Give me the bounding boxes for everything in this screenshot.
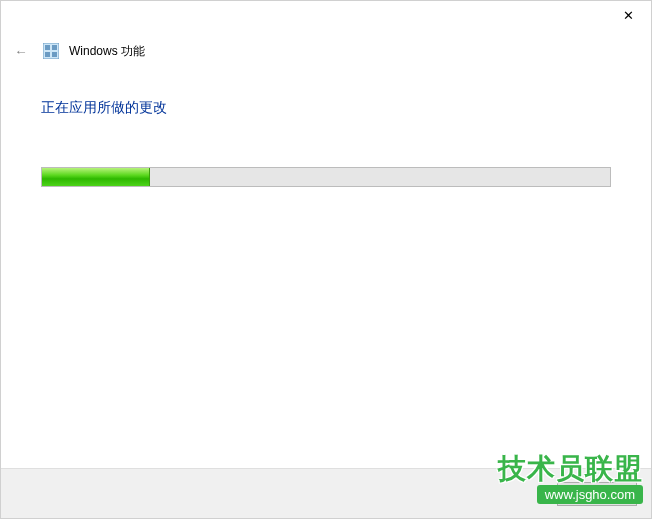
back-button: ←: [9, 39, 33, 63]
status-heading: 正在应用所做的更改: [41, 99, 611, 117]
cancel-button[interactable]: 取消: [557, 482, 637, 506]
header: ← Windows 功能: [1, 31, 651, 71]
windows-features-icon: [43, 43, 59, 59]
page-title: Windows 功能: [69, 43, 145, 60]
svg-rect-4: [52, 52, 57, 57]
svg-rect-1: [45, 45, 50, 50]
titlebar: ✕: [1, 1, 651, 31]
back-arrow-icon: ←: [14, 44, 27, 59]
progress-bar: [41, 167, 611, 187]
svg-rect-2: [52, 45, 57, 50]
progress-fill: [42, 168, 150, 186]
content-area: 正在应用所做的更改: [1, 71, 651, 187]
svg-rect-3: [45, 52, 50, 57]
close-icon: ✕: [623, 8, 634, 23]
footer: 取消: [1, 468, 651, 518]
close-button[interactable]: ✕: [606, 1, 651, 29]
